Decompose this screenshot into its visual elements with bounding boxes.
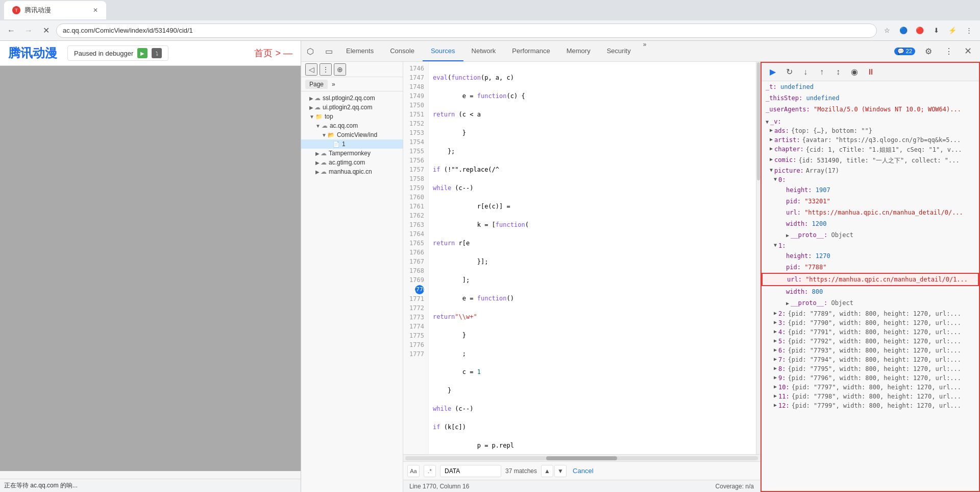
file-item-comicview[interactable]: ▼ 📂 ComicView/ind — [301, 130, 403, 139]
expand-ads-icon[interactable]: ▶ — [770, 127, 773, 133]
tab-performance[interactable]: Performance — [504, 41, 558, 61]
file-item-top[interactable]: ▼ 📁 top — [301, 112, 403, 121]
expand-0-icon[interactable]: ▼ — [774, 176, 777, 182]
picture-1-proto[interactable]: ▶__proto__: Object — [762, 297, 979, 309]
artist-item[interactable]: ▶ artist: {avatar: "https://q3.qlogo.cn/… — [762, 135, 979, 145]
expand-1-icon[interactable]: ▼ — [774, 242, 777, 248]
expand-comic-icon[interactable]: ▶ — [770, 156, 773, 162]
code-line: while (c--) — [433, 404, 752, 413]
picture-0-proto[interactable]: ▶__proto__: Object — [762, 229, 979, 241]
pause-on-exceptions-btn[interactable]: ⏸ — [864, 65, 878, 79]
devtools-close-btn[interactable]: ✕ — [960, 45, 976, 57]
browser-tab[interactable]: T 腾讯动漫 ✕ — [4, 1, 106, 19]
tab-close-btn[interactable]: ✕ — [93, 7, 98, 14]
bookmark-icon[interactable]: ☆ — [880, 24, 894, 38]
resume-button[interactable]: ▶ — [137, 48, 148, 58]
picture-10-item[interactable]: ▶10: {pid: "7797", width: 800, height: 1… — [762, 383, 979, 392]
page-tab[interactable]: Page — [305, 80, 328, 89]
deactivate-breakpoints-btn[interactable]: ◉ — [847, 65, 862, 79]
picture-6-item[interactable]: ▶6: {pid: "7793", width: 800, height: 12… — [762, 346, 979, 355]
ads-item[interactable]: ▶ ads: {top: {…}, bottom: ""} — [762, 126, 979, 135]
extension-icon-4[interactable]: ⚡ — [945, 24, 960, 38]
sidebar-more-btn[interactable]: ⋮ — [320, 63, 332, 76]
reload-button[interactable]: ✕ — [39, 24, 53, 38]
v-section: ▼ _v: ▶ ads: {top: {…}, bottom: ""} ▶ — [762, 117, 979, 410]
step-out-btn[interactable]: ↑ — [815, 65, 829, 79]
toolbar-icons: ☆ 🔵 🔴 ⬇ ⚡ ⋮ — [880, 24, 976, 38]
tab-memory[interactable]: Memory — [558, 41, 599, 61]
tab-network[interactable]: Network — [463, 41, 504, 61]
picture-3-item[interactable]: ▶3: {pid: "7790", width: 800, height: 12… — [762, 318, 979, 327]
file-item-1[interactable]: ▶ 📄 1 — [301, 139, 403, 149]
file-item-ssl[interactable]: ▶ ☁ ssl.ptlogin2.qq.com — [301, 93, 403, 103]
code-line: } — [433, 128, 752, 137]
horizontal-scrollbar[interactable] — [403, 454, 760, 461]
file-item-gtimg[interactable]: ▶ ☁ ac.gtimg.com — [301, 158, 403, 167]
picture-12-item[interactable]: ▶12: {pid: "7799", width: 800, height: 1… — [762, 401, 979, 410]
search-input[interactable] — [440, 465, 501, 477]
code-area[interactable]: 17461747174817491750 1751175217531754175… — [403, 62, 760, 454]
picture-4-item[interactable]: ▶4: {pid: "7791", width: 800, height: 12… — [762, 327, 979, 337]
device-mode-btn[interactable]: ▭ — [320, 42, 338, 60]
step-over-btn[interactable]: ↻ — [782, 65, 796, 79]
cancel-search-btn[interactable]: Cancel — [571, 467, 595, 475]
picture-2-item[interactable]: ▶2: {pid: "7789", width: 800, height: 12… — [762, 309, 979, 318]
expand-chapter-icon[interactable]: ▶ — [770, 146, 773, 151]
picture-item[interactable]: ▼ picture: Array(17) — [762, 166, 979, 175]
forward-button[interactable]: → — [21, 24, 36, 38]
chapter-item[interactable]: ▶ chapter: {cid: 1, cTitle: "1.姐姐1", cSe… — [762, 145, 979, 155]
expand-artist-icon[interactable]: ▶ — [770, 136, 773, 142]
resume-execution-btn[interactable]: ▶ — [766, 65, 780, 79]
picture-11-item[interactable]: ▶11: {pid: "7798", width: 800, height: 1… — [762, 392, 979, 401]
step-btn[interactable]: ↕ — [831, 65, 845, 79]
code-line: return (c < a — [433, 110, 752, 119]
sources-sidebar: ◁ ⋮ ⊕ Page » ▶ ☁ ssl.ptlogin2.qq.com — [301, 62, 403, 492]
prev-match-btn[interactable]: ▲ — [541, 465, 553, 477]
page-header: 腾讯动漫 Paused in debugger ▶ ⤵ 首页 > — — [0, 41, 301, 66]
aa-btn[interactable]: Aa — [407, 465, 420, 477]
tab-security[interactable]: Security — [599, 41, 639, 61]
inspect-element-btn[interactable]: ⬡ — [301, 42, 320, 60]
picture-8-item[interactable]: ▶8: {pid: "7795", width: 800, height: 12… — [762, 364, 979, 373]
tab-console[interactable]: Console — [382, 41, 423, 61]
skip-button[interactable]: ⤵ — [152, 48, 162, 58]
extension-icon-1[interactable]: 🔵 — [896, 24, 911, 38]
more-sources-tab[interactable]: » — [328, 80, 339, 89]
add-source-btn[interactable]: ⊕ — [334, 63, 346, 76]
tab-sources[interactable]: Sources — [423, 41, 463, 61]
chapter-value: {cid: 1, cTitle: "1.姐姐1", cSeq: "1", v..… — [806, 146, 962, 154]
site-logo: 腾讯动漫 — [8, 45, 57, 61]
page-content: 腾讯动漫 Paused in debugger ▶ ⤵ 首页 > — 正在等待 … — [0, 41, 301, 492]
expand-picture-icon[interactable]: ▼ — [770, 167, 773, 173]
step-into-btn[interactable]: ↓ — [798, 65, 813, 79]
picture-0-item[interactable]: ▼ 0: — [762, 175, 979, 184]
next-match-btn[interactable]: ▼ — [554, 465, 567, 477]
address-bar[interactable]: ac.qq.com/ComicView/index/id/531490/cid/… — [56, 24, 877, 38]
file-item-manhua[interactable]: ▶ ☁ manhua.qpic.cn — [301, 167, 403, 176]
file-item-tamper[interactable]: ▶ ☁ Tampermonkey — [301, 149, 403, 158]
vertical-scrollbar[interactable] — [756, 62, 760, 454]
picture-1-item[interactable]: ▼ 1: — [762, 241, 979, 250]
back-button[interactable]: ← — [4, 24, 18, 38]
expand-v-icon[interactable]: ▼ — [766, 119, 769, 125]
picture-9-item[interactable]: ▶9: {pid: "7796", width: 800, height: 12… — [762, 373, 979, 383]
v-header[interactable]: ▼ _v: — [762, 117, 979, 126]
picture-7-item[interactable]: ▶7: {pid: "7794", width: 800, height: 12… — [762, 355, 979, 364]
picture-1-width: width: 800 — [762, 286, 979, 297]
settings-btn[interactable]: ⚙ — [919, 42, 938, 60]
picture-5-item[interactable]: ▶5: {pid: "7792", width: 800, height: 12… — [762, 337, 979, 346]
chevron-icon: ▶ — [309, 105, 313, 110]
code-line: ; — [433, 349, 752, 358]
devtools-more-btn[interactable]: ⋮ — [940, 42, 958, 60]
file-item-ui[interactable]: ▶ ☁ ui.ptlogin2.qq.com — [301, 103, 403, 112]
regex-btn[interactable]: .* — [424, 465, 436, 477]
extension-icon-2[interactable]: 🔴 — [913, 24, 927, 38]
comic-item[interactable]: ▶ comic: {id: 531490, title: "一人之下", col… — [762, 155, 979, 166]
tab-elements[interactable]: Elements — [338, 41, 382, 61]
more-icon[interactable]: ⋮ — [962, 24, 976, 38]
file-item-acqq[interactable]: ▼ ☁ ac.qq.com — [301, 121, 403, 130]
scroll-track[interactable] — [405, 456, 758, 460]
more-tabs-btn[interactable]: » — [639, 41, 651, 61]
extension-icon-3[interactable]: ⬇ — [929, 24, 943, 38]
sidebar-back-btn[interactable]: ◁ — [305, 63, 317, 76]
